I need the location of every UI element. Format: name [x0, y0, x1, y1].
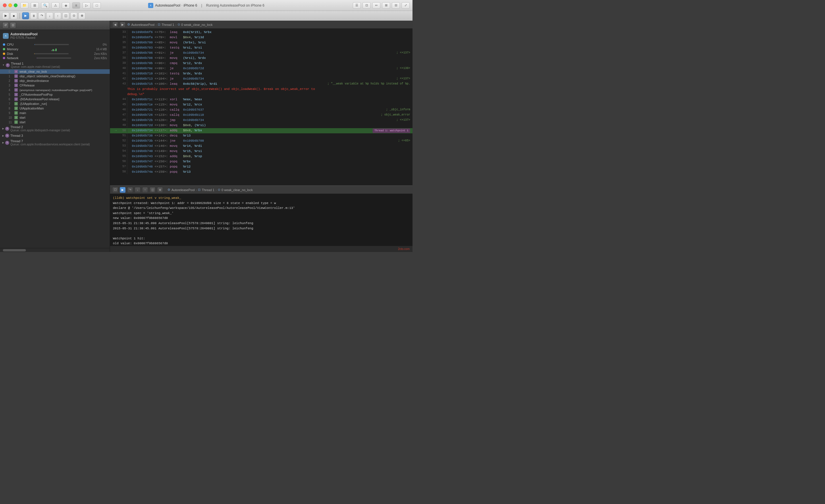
code-line-35[interactable]: 35 0x109b6b700 <+85>: movq (%rbx), %rsi — [110, 40, 412, 46]
stack-frame-5[interactable]: 5 f _CFAutoreleasePoolPop — [0, 92, 110, 97]
frame-2-num: 2 — [9, 79, 13, 82]
left-scrollbar-thumb[interactable] — [3, 249, 26, 251]
maximize-button[interactable] — [14, 3, 17, 7]
frame-8-icon: f — [14, 106, 18, 110]
console-clear-btn[interactable]: ☐ — [112, 187, 118, 193]
list-layout-btn[interactable]: ☰ — [353, 2, 361, 9]
thread-7-expand-icon: ▶ — [2, 141, 4, 144]
line-48-content: 0x109b6b72b <+128>: jmp 0x109b6b734 — [130, 118, 391, 123]
code-area[interactable]: 33 0x109b6b6f6 <+75>: leaq 0x8(%r15), %r… — [110, 29, 412, 185]
code-line-46[interactable]: 46 0x109b6b721 <+118>: callq 0x109b57637… — [110, 107, 412, 113]
right-panel: ◀ ▶ ⚙ AutoreleasePool › ⊡ Thread 1 › ⊙ 0… — [110, 21, 412, 252]
stack-frame-9[interactable]: 9 f main — [0, 111, 110, 115]
code-line-39[interactable]: 39 0x109b6b70b <+96>: cmpq %r12, %rdx — [110, 61, 412, 66]
code-line-44[interactable]: 44 0x109b6b71c <+113>: xorl %eax, %eax — [110, 97, 412, 102]
console-view-btn[interactable]: ◫ — [150, 187, 155, 193]
stack-frame-6[interactable]: 6 f -[NSAutoreleasePool release] — [0, 97, 110, 101]
code-line-50[interactable]: → 50 0x109b6b734 <+137>: addq $0x8, %rbx… — [110, 128, 412, 133]
console-output[interactable]: (lldb) watchpoint set v string_weak_ Wat… — [110, 194, 412, 246]
panel-left-btn[interactable]: ⊞ — [382, 2, 390, 9]
stack-frame-2[interactable]: 2 f objc_destructInstance — [0, 78, 110, 83]
stack-frame-4[interactable]: 4 f (anonymous namespace)::AutoreleasePo… — [0, 88, 110, 92]
code-line-37[interactable]: 37 0x109b6b706 <+91>: je 0x109b6b734 ; <… — [110, 51, 412, 56]
pause-btn[interactable]: ⏸ — [30, 12, 37, 19]
code-line-52[interactable]: 52 0x109b6b73b <+144>: jne 0x109b6b700 ;… — [110, 139, 412, 144]
code-line-55[interactable]: 55 0x109b6b743 <+152>: addq $0x8, %rsp — [110, 154, 412, 159]
line-40-comment: ; <+130> — [391, 66, 410, 71]
stack-frame-0[interactable]: 0 f weak_clear_no_lock — [0, 69, 110, 74]
stack-frame-11[interactable]: 11 f start — [0, 120, 110, 125]
code-breadcrumb-thread[interactable]: Thread 1 — [161, 23, 174, 26]
thread-3-header[interactable]: ▶ T Thread 3 — [0, 133, 110, 139]
code-nav-right-btn[interactable]: ▶ — [120, 22, 126, 27]
close-button[interactable] — [3, 3, 7, 7]
console-continue-btn[interactable]: ▶ — [120, 187, 126, 193]
stop-btn[interactable]: ■ — [10, 12, 17, 19]
warning-btn[interactable]: ⚠ — [52, 2, 60, 9]
step-out-btn[interactable]: ↑ — [54, 12, 61, 19]
code-line-53[interactable]: 53 0x109b6b73d <+146>: movq %r14, %rdi — [110, 144, 412, 149]
debug-view-btn[interactable]: ◫ — [62, 12, 69, 19]
bookmark-btn[interactable]: ◈ — [62, 2, 70, 9]
note-btn[interactable]: □ — [93, 2, 101, 9]
step-into-btn[interactable]: ↓ — [46, 12, 53, 19]
code-line-51[interactable]: 51 0x109b6b738 <+141>: decq %r13 — [110, 133, 412, 139]
line-37-comment: ; <+137> — [391, 51, 410, 55]
line-53-content: 0x109b6b73d <+146>: movq %r14, %rdi — [130, 144, 410, 149]
folder-icon[interactable]: 📁 — [20, 2, 28, 9]
thread-7-header[interactable]: ▶ T Thread 7 Queue: com.apple.frontboard… — [0, 139, 110, 147]
continue-btn[interactable]: ▶ — [22, 12, 29, 19]
code-line-33[interactable]: 33 0x109b6b6f6 <+75>: leaq 0x8(%r15), %r… — [110, 30, 412, 35]
console-bc-frame[interactable]: 0 weak_clear_no_lock — [221, 188, 253, 192]
code-line-38[interactable]: 38 0x109b6b708 <+93>: movq (%rsi), %rdx — [110, 56, 412, 61]
fullscreen-btn[interactable]: ⤢ — [401, 2, 409, 9]
line-54-content: 0x109b6b740 <+149>: movq %r15, %rsi — [130, 149, 410, 154]
console-bc-project[interactable]: AutoreleasePool — [171, 188, 195, 192]
panel-right-btn[interactable]: ⊟ — [392, 2, 400, 9]
search-btn[interactable]: 🔍 — [41, 2, 49, 9]
exception-btn[interactable]: ⊕ — [78, 12, 85, 19]
code-line-43[interactable]: 43 0x109b6b715 <+106>: leaq 0x6c58(%rip)… — [110, 82, 412, 87]
code-breadcrumb-project[interactable]: AutoreleasePool — [131, 23, 155, 26]
code-line-34[interactable]: 34 0x109b6b6fa <+79>: movl $0x4, %r13d — [110, 35, 412, 40]
step-over-btn[interactable]: ↷ — [38, 12, 45, 19]
code-line-56[interactable]: 56 0x109b6b747 <+156>: popq %rbx — [110, 159, 412, 164]
debug-nav-btn-2[interactable]: ⊡ — [10, 22, 16, 28]
code-line-57[interactable]: 57 0x109b6b748 <+157>: popq %r12 — [110, 164, 412, 169]
thread-1-header[interactable]: ▼ T Thread 1 Queue: com.apple.main-threa… — [0, 61, 110, 69]
code-line-42[interactable]: 42 0x109b6b713 <+104>: je 0x109b6b734 ; … — [110, 76, 412, 82]
code-nav-left-btn[interactable]: ◀ — [112, 22, 118, 27]
stack-frame-7[interactable]: 7 f -[UIApplication _run] — [0, 101, 110, 106]
code-line-36[interactable]: 36 0x109b6b703 <+88>: testq %rsi, %rsi — [110, 46, 412, 51]
view-toggle-btn[interactable]: ⊡ — [363, 2, 371, 9]
build-btn[interactable]: ▶ — [2, 12, 9, 19]
back-forward-btn[interactable]: ⇐ — [372, 2, 380, 9]
code-line-45[interactable]: 45 0x109b6b71e <+115>: movq %r12, %rcx — [110, 102, 412, 107]
debug-nav-btn-1[interactable]: ↺ — [2, 22, 9, 28]
memory-value: 16.4 MB — [90, 48, 107, 51]
stack-frame-10[interactable]: 10 f start — [0, 115, 110, 120]
code-line-58[interactable]: 58 0x109b6b74a <+159>: popq %r13 — [110, 169, 412, 175]
code-line-47[interactable]: 47 0x109b6b726 <+123>: callq 0x109b6b110… — [110, 113, 412, 118]
code-line-40[interactable]: 40 0x109b6b70e <+99>: je 0x109b6b72d ; <… — [110, 66, 412, 71]
console-bc-thread[interactable]: Thread 1 — [202, 188, 214, 192]
console-step-out-btn[interactable]: ↑ — [142, 187, 148, 193]
console-step-in-btn[interactable]: ↓ — [135, 187, 141, 193]
code-breadcrumb-frame[interactable]: 0 weak_clear_no_lock — [181, 23, 213, 26]
console-share-btn[interactable]: ⊕ — [157, 187, 163, 193]
code-line-54[interactable]: 54 0x109b6b740 <+149>: movq %r15, %rsi — [110, 149, 412, 154]
code-line-49[interactable]: 49 0x109b6b72d <+130>: movq $0x0, (%rsi) — [110, 123, 412, 128]
thread-2-header[interactable]: ▶ T Thread 2 Queue: com.apple.libdispatc… — [0, 125, 110, 133]
simulate-btn[interactable]: ⊙ — [70, 12, 77, 19]
thread-list[interactable]: ▼ T Thread 1 Queue: com.apple.main-threa… — [0, 61, 110, 248]
code-line-41[interactable]: 41 0x109b6b710 <+101>: testq %rdx, %rdx — [110, 71, 412, 76]
list-view-btn[interactable]: ≡ — [72, 2, 80, 9]
nav-btn[interactable]: ▷ — [82, 2, 90, 9]
stack-frame-1[interactable]: 1 f objc_object::sidetable_clearDealloca… — [0, 74, 110, 78]
stack-frame-3[interactable]: 3 f CFRelease — [0, 83, 110, 88]
code-line-48[interactable]: 48 0x109b6b72b <+128>: jmp 0x109b6b734 ;… — [110, 118, 412, 123]
breakpoints-btn[interactable]: ⊞ — [31, 2, 39, 9]
console-step-over-btn[interactable]: ↷ — [127, 187, 133, 193]
stack-frame-8[interactable]: 8 f UIApplicationMain — [0, 106, 110, 111]
minimize-button[interactable] — [8, 3, 12, 7]
